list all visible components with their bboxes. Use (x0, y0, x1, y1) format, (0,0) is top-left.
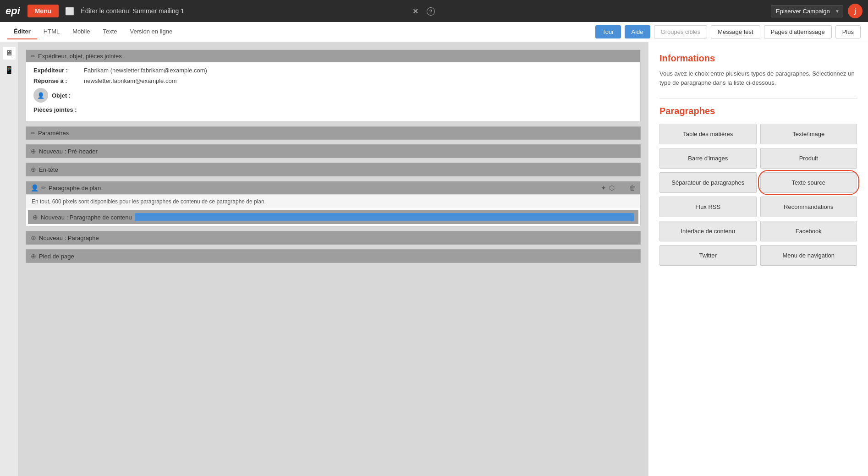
pieces-field-row: Pièces jointes : (33, 106, 633, 113)
avatar-icon-2: 👤 (31, 184, 38, 191)
tour-button[interactable]: Tour (595, 25, 621, 38)
entete-header[interactable]: ⊕ En-tête (26, 163, 640, 176)
paragraphe-label: Nouveau : Paragraphe (39, 235, 99, 241)
aide-button[interactable]: Aide (625, 25, 650, 38)
trash-icon[interactable]: 🗑 (629, 184, 636, 191)
action-buttons: Tour Aide Groupes cibles Message test Pa… (595, 25, 861, 38)
preview-icon-button[interactable]: ⬜ (63, 5, 76, 17)
objet-label: Objet : (52, 92, 102, 99)
center-panel: ✏ Expéditeur, objet, pièces jointes Expé… (18, 42, 648, 476)
expediteur-field-row: Expéditeur : Fabrikam (newsletter.fabrik… (33, 67, 633, 74)
preheader-block: ⊕ Nouveau : Pré-header (26, 144, 641, 158)
btn-flux-rss[interactable]: Flux RSS (659, 197, 757, 217)
main-layout: 🖥 📱 ✏ Expéditeur, objet, pièces jointes … (0, 42, 868, 476)
copy-icon[interactable]: ⬡ (609, 184, 615, 191)
blue-bar (135, 213, 634, 221)
desktop-icon: 🖥 (5, 49, 13, 57)
paragraphe-contenu-block[interactable]: ⊕ Nouveau : Paragraphe de contenu (28, 210, 638, 224)
plus-button[interactable]: Plus (835, 25, 861, 38)
plus-icon-2: ⊕ (31, 166, 36, 173)
btn-separateur[interactable]: Séparateur de paragraphes (659, 172, 757, 193)
btn-interface-contenu[interactable]: Interface de contenu (659, 221, 757, 241)
btn-table-matieres[interactable]: Table des matières (659, 124, 757, 144)
left-sidebar: 🖥 📱 (0, 42, 18, 476)
btn-produit[interactable]: Produit (760, 148, 857, 169)
groupes-cibles-button[interactable]: Groupes cibles (654, 25, 708, 38)
entete-label: En-tête (39, 166, 58, 173)
page-title: Éditer le contenu: Summer mailing 1 (81, 7, 406, 15)
expediteur-header[interactable]: ✏ Expéditeur, objet, pièces jointes (26, 50, 640, 62)
sub-bar: Éditer HTML Mobile Texte Version en lign… (0, 22, 868, 42)
pied-page-header[interactable]: ⊕ Pied de page (26, 250, 640, 263)
sidebar-icon-mobile[interactable]: 📱 (3, 63, 16, 76)
campaign-selector[interactable]: Episerver Campaign (771, 5, 843, 17)
tab-html[interactable]: HTML (37, 24, 66, 39)
expediteur-block: ✏ Expéditeur, objet, pièces jointes Expé… (26, 49, 641, 122)
expediteur-header-label: Expéditeur, objet, pièces jointes (38, 53, 122, 60)
pied-page-block: ⊕ Pied de page (26, 249, 641, 263)
close-icon-button[interactable]: ✕ (411, 5, 420, 17)
top-bar: epi Menu ⬜ Éditer le contenu: Summer mai… (0, 0, 868, 22)
btn-twitter[interactable]: Twitter (659, 245, 757, 266)
preview-icon: ⬜ (65, 7, 74, 15)
btn-texte-image[interactable]: Texte/image (760, 124, 857, 144)
logo: epi (5, 5, 20, 17)
plus-icon-4: ⊕ (31, 234, 36, 241)
expediteur-body: Expéditeur : Fabrikam (newsletter.fabrik… (26, 62, 640, 121)
expediteur-label: Expéditeur : (33, 67, 84, 74)
tab-texte[interactable]: Texte (97, 24, 124, 39)
menu-button[interactable]: Menu (27, 5, 59, 17)
objet-field-row: 👤 Objet : (33, 88, 633, 103)
pencil-icon-3: ✏ (41, 185, 46, 191)
info-text: Vous avez le choix entre plusieurs types… (659, 69, 857, 87)
parametres-header[interactable]: ✏ Paramètres (26, 127, 640, 139)
btn-facebook[interactable]: Facebook (760, 221, 857, 241)
expediteur-value: Fabrikam (newsletter.fabrikam@example.co… (84, 67, 207, 74)
paragraphe-contenu-label: Nouveau : Paragraphe de contenu (41, 214, 132, 221)
plus-icon-3: ⊕ (33, 213, 38, 221)
reponse-value: newsletter.fabrikam@example.com (84, 77, 177, 84)
tab-version[interactable]: Version en ligne (124, 24, 179, 39)
pied-page-label: Pied de page (39, 253, 74, 260)
btn-texte-source[interactable]: Texte source (760, 172, 857, 193)
paragraphe-block: ⊕ Nouveau : Paragraphe (26, 231, 641, 245)
sidebar-icon-desktop[interactable]: 🖥 (3, 47, 16, 60)
avatar[interactable]: j (848, 4, 863, 18)
para-title: Paragraphes (659, 106, 857, 116)
tab-mobile[interactable]: Mobile (66, 24, 96, 39)
preheader-label: Nouveau : Pré-header (39, 148, 98, 155)
message-test-button[interactable]: Message test (711, 25, 760, 38)
btn-recommandations[interactable]: Recommandations (760, 197, 857, 217)
move-icon[interactable]: ✦ (601, 184, 606, 191)
reponse-label: Réponse à : (33, 77, 84, 84)
pencil-icon: ✏ (31, 53, 35, 60)
pencil-icon-2: ✏ (31, 130, 35, 137)
para-grid: Table des matières Texte/image Barre d'i… (659, 124, 857, 266)
paragraphe-header[interactable]: ⊕ Nouveau : Paragraphe (26, 231, 640, 244)
mobile-icon: 📱 (5, 66, 14, 74)
plan-header[interactable]: 👤 ✏ Paragraphe de plan ✦ ⬡ 🗑 (26, 181, 640, 194)
help-icon-button[interactable]: ? (425, 5, 437, 17)
parametres-label: Paramètres (38, 130, 69, 137)
btn-menu-navigation[interactable]: Menu de navigation (760, 245, 857, 266)
pieces-label: Pièces jointes : (33, 106, 84, 113)
pages-atterrissage-button[interactable]: Pages d'atterrissage (764, 25, 832, 38)
parametres-block: ✏ Paramètres (26, 126, 641, 140)
campaign-select[interactable]: Episerver Campaign (771, 5, 843, 17)
entete-block: ⊕ En-tête (26, 163, 641, 176)
sub-tabs: Éditer HTML Mobile Texte Version en lign… (7, 24, 595, 39)
plan-body: En tout, 600 pixels sont disponibles pou… (26, 194, 640, 208)
info-title: Informations (659, 53, 857, 64)
btn-barre-images[interactable]: Barre d'images (659, 148, 757, 169)
preheader-header[interactable]: ⊕ Nouveau : Pré-header (26, 145, 640, 158)
avatar-icon: 👤 (33, 88, 48, 103)
right-panel: Informations Vous avez le choix entre pl… (648, 42, 868, 476)
plus-icon-5: ⊕ (31, 252, 36, 260)
reponse-field-row: Réponse à : newsletter.fabrikam@example.… (33, 77, 633, 84)
tab-editer[interactable]: Éditer (7, 24, 37, 39)
divider (659, 98, 857, 98)
plan-label: Paragraphe de plan (49, 185, 101, 191)
help-icon: ? (427, 7, 435, 16)
close-icon: ✕ (412, 7, 418, 15)
plus-icon-1: ⊕ (31, 148, 36, 155)
